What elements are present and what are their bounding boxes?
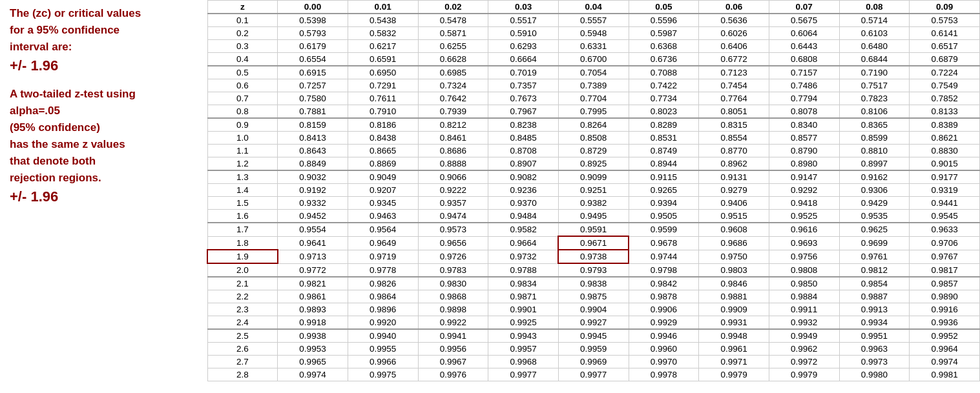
probability-cell: 0.9842	[629, 277, 699, 290]
probability-cell: 0.5478	[418, 14, 488, 27]
probability-cell: 0.6772	[699, 53, 769, 66]
probability-cell: 0.6064	[769, 27, 839, 40]
probability-cell: 0.7734	[629, 92, 699, 105]
probability-cell: 0.9719	[348, 250, 418, 263]
probability-cell: 0.9977	[488, 368, 559, 381]
decimal-col-header: 0.07	[769, 1, 839, 14]
probability-cell: 0.9972	[769, 356, 839, 368]
probability-cell: 0.8264	[558, 118, 629, 132]
probability-cell: 0.9452	[278, 210, 348, 223]
probability-cell: 0.9177	[910, 170, 980, 184]
probability-cell: 0.7580	[278, 92, 348, 105]
table-row: 1.00.84130.84380.84610.84850.85080.85310…	[207, 132, 980, 145]
probability-cell: 0.9955	[348, 343, 418, 356]
probability-cell: 0.5948	[558, 27, 629, 40]
probability-cell: 0.8925	[558, 157, 629, 171]
probability-cell: 0.9608	[699, 223, 769, 236]
confidence-text-line1: The (zc) or critical values	[10, 6, 197, 21]
probability-cell: 0.9406	[699, 197, 769, 210]
table-row: 0.60.72570.72910.73240.73570.73890.74220…	[207, 79, 980, 92]
probability-cell: 0.9878	[629, 290, 699, 303]
decimal-col-header: 0.01	[348, 1, 418, 14]
probability-cell: 0.7291	[348, 79, 418, 92]
probability-cell: 0.9864	[348, 290, 418, 303]
decimal-col-header: 0.08	[839, 1, 910, 14]
probability-cell: 0.9429	[839, 197, 910, 210]
probability-cell: 0.8962	[699, 157, 769, 171]
probability-cell: 0.7389	[558, 79, 629, 92]
probability-cell: 0.9147	[769, 170, 839, 184]
probability-cell: 0.8531	[629, 132, 699, 145]
probability-cell: 0.9641	[278, 236, 348, 250]
probability-cell: 0.9394	[629, 197, 699, 210]
probability-cell: 0.8577	[769, 132, 839, 145]
probability-cell: 0.9893	[278, 303, 348, 316]
probability-cell: 0.7088	[629, 66, 699, 79]
probability-cell: 0.9966	[348, 356, 418, 368]
probability-cell: 0.8888	[418, 157, 488, 171]
probability-cell: 0.8643	[278, 145, 348, 157]
probability-cell: 0.7454	[699, 79, 769, 92]
decimal-col-header: 0.02	[418, 1, 488, 14]
probability-cell: 0.9699	[839, 236, 910, 250]
decimal-col-header: 0.04	[558, 1, 629, 14]
probability-cell: 0.9808	[769, 263, 839, 277]
probability-cell: 0.9382	[558, 197, 629, 210]
z-value-cell: 0.4	[207, 53, 278, 66]
probability-cell: 0.9732	[488, 250, 559, 263]
table-row: 0.70.75800.76110.76420.76730.77040.77340…	[207, 92, 980, 105]
probability-cell: 0.9913	[839, 303, 910, 316]
table-row: 2.50.99380.99400.99410.99430.99450.99460…	[207, 329, 980, 343]
probability-cell: 0.6985	[418, 66, 488, 79]
probability-cell: 0.6255	[418, 40, 488, 53]
probability-cell: 0.9979	[699, 368, 769, 381]
probability-cell: 0.9846	[699, 277, 769, 290]
probability-cell: 0.8389	[910, 118, 980, 132]
probability-cell: 0.9678	[629, 236, 699, 250]
probability-cell: 0.9830	[418, 277, 488, 290]
z-value-cell: 2.1	[207, 277, 278, 290]
decimal-col-header: 0.03	[488, 1, 559, 14]
z-value-cell: 1.7	[207, 223, 278, 236]
probability-cell: 0.5438	[348, 14, 418, 27]
probability-cell: 0.9861	[278, 290, 348, 303]
probability-cell: 0.9599	[629, 223, 699, 236]
probability-cell: 0.9279	[699, 184, 769, 197]
probability-cell: 0.7881	[278, 105, 348, 119]
left-panel: The (zc) or critical values for a 95% co…	[0, 0, 207, 393]
probability-cell: 0.9925	[488, 316, 559, 330]
probability-cell: 0.8665	[348, 145, 418, 157]
probability-cell: 0.6406	[699, 40, 769, 53]
probability-cell: 0.9906	[629, 303, 699, 316]
probability-cell: 0.8944	[629, 157, 699, 171]
probability-cell: 0.7549	[910, 79, 980, 92]
probability-cell: 0.8340	[769, 118, 839, 132]
probability-cell: 0.9821	[278, 277, 348, 290]
probability-cell: 0.6293	[488, 40, 559, 53]
probability-cell: 0.8051	[699, 105, 769, 119]
probability-cell: 0.8238	[488, 118, 559, 132]
probability-cell: 0.9357	[418, 197, 488, 210]
ztest-line2: alpha=.05	[10, 104, 197, 118]
probability-cell: 0.7852	[910, 92, 980, 105]
probability-cell: 0.9980	[839, 368, 910, 381]
ztest-value: +/- 1.96	[10, 188, 197, 207]
probability-cell: 0.5753	[910, 14, 980, 27]
probability-cell: 0.8485	[488, 132, 559, 145]
z-table: z0.000.010.020.030.040.050.060.070.080.0…	[207, 0, 980, 381]
probability-cell: 0.6443	[769, 40, 839, 53]
probability-cell: 0.8159	[278, 118, 348, 132]
probability-cell: 0.9826	[348, 277, 418, 290]
z-value-cell: 2.2	[207, 290, 278, 303]
table-row: 1.10.86430.86650.86860.87080.87290.87490…	[207, 145, 980, 157]
probability-cell: 0.8729	[558, 145, 629, 157]
probability-cell: 0.6879	[910, 53, 980, 66]
probability-cell: 0.9850	[769, 277, 839, 290]
probability-cell: 0.8212	[418, 118, 488, 132]
probability-cell: 0.9974	[278, 368, 348, 381]
probability-cell: 0.9929	[629, 316, 699, 330]
probability-cell: 0.9778	[348, 263, 418, 277]
probability-cell: 0.9934	[839, 316, 910, 330]
probability-cell: 0.9887	[839, 290, 910, 303]
decimal-col-header: 0.09	[910, 1, 980, 14]
